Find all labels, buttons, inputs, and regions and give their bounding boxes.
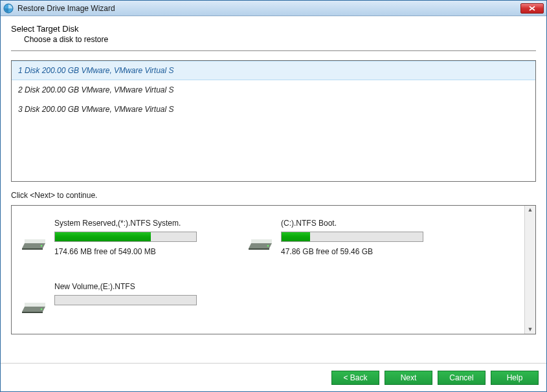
help-button[interactable]: Help [491,371,539,385]
disk-icon [22,233,48,251]
partition-panel-inner: System Reserved,(*:).NTFS System. 174.66… [12,206,524,334]
help-button-label: Help [507,373,523,382]
partition-free-text: 47.86 GB free of 59.46 GB [281,247,449,256]
instruction-text: Click <Next> to continue. [11,191,536,200]
title-bar: Restore Drive Image Wizard [1,1,546,16]
svg-rect-3 [22,248,43,250]
disk-icon [22,296,48,314]
partition-panel: System Reserved,(*:).NTFS System. 174.66… [11,205,536,334]
partition-label: (C:).NTFS Boot. [281,219,449,228]
partition-label: New Volume,(E:).NTFS [54,282,223,291]
disk-row[interactable]: 1 Disk 200.00 GB VMware, VMware Virtual … [12,61,535,80]
usage-bar [281,232,423,242]
disk-icon [249,233,274,251]
svg-point-4 [41,245,42,246]
wizard-content: Select Target Disk Choose a disk to rest… [1,16,546,363]
window-title: Restore Drive Image Wizard [17,4,520,13]
disk-row[interactable]: 3 Disk 200.00 GB VMware, VMware Virtual … [12,100,535,119]
disk-label: 2 Disk 200.00 GB VMware, VMware Virtual … [18,85,174,94]
partition-item: (C:).NTFS Boot. 47.86 GB free of 59.46 G… [249,219,449,256]
page-heading: Select Target Disk [11,24,536,34]
svg-marker-2 [25,239,45,243]
svg-point-8 [267,245,269,246]
disk-label: 1 Disk 200.00 GB VMware, VMware Virtual … [18,66,174,75]
usage-bar-fill [55,232,151,241]
disk-label: 3 Disk 200.00 GB VMware, VMware Virtual … [18,105,174,114]
disk-row[interactable]: 2 Disk 200.00 GB VMware, VMware Virtual … [12,80,535,100]
button-bar: < Back Next Cancel Help [1,363,546,391]
close-button[interactable] [520,3,544,14]
svg-rect-7 [249,248,269,250]
usage-bar-fill [282,232,310,241]
cancel-button-label: Cancel [449,373,473,382]
cancel-button[interactable]: Cancel [438,371,486,385]
partition-free-text: 174.66 MB free of 549.00 MB [54,247,223,256]
scroll-down-icon[interactable]: ▼ [528,327,533,332]
partition-item: New Volume,(E:).NTFS [22,282,223,314]
next-button-label: Next [401,373,417,382]
back-button[interactable]: < Back [331,371,379,385]
usage-bar [54,295,197,305]
disk-list: 1 Disk 200.00 GB VMware, VMware Virtual … [11,60,536,182]
back-button-label: < Back [343,373,367,382]
svg-marker-6 [251,239,272,243]
scroll-up-icon[interactable]: ▲ [528,207,533,213]
partition-item: System Reserved,(*:).NTFS System. 174.66… [22,219,223,256]
svg-marker-10 [25,303,45,307]
app-icon [3,3,14,14]
partition-label: System Reserved,(*:).NTFS System. [54,219,223,228]
divider [11,50,536,51]
scrollbar[interactable]: ▲ ▼ [524,206,535,334]
usage-bar [54,232,197,242]
wizard-window: Restore Drive Image Wizard Select Target… [0,0,547,392]
svg-rect-11 [22,312,43,313]
svg-point-12 [41,309,42,310]
next-button[interactable]: Next [385,371,432,385]
page-subheading: Choose a disk to restore [24,35,536,44]
